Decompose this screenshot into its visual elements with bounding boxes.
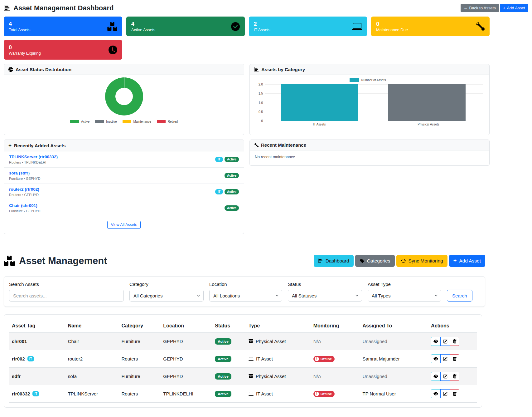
assigned-to: TP Normal User <box>362 391 396 396</box>
edit-button[interactable] <box>440 337 450 346</box>
status-select[interactable]: All Statuses <box>288 290 362 302</box>
asset-link[interactable]: router2 (rtr002) <box>9 187 39 192</box>
edit-button[interactable] <box>440 372 450 381</box>
view-button[interactable] <box>431 354 441 363</box>
search-button[interactable]: Search <box>447 290 472 302</box>
search-input[interactable] <box>9 290 124 302</box>
status-badge: Active <box>215 356 231 362</box>
it-badge: IT <box>215 157 223 162</box>
legend-item-retired[interactable]: Retired <box>157 120 178 123</box>
add-asset-button[interactable]: + Add Asset <box>449 255 485 267</box>
view-all-assets-button[interactable]: View All Assets <box>107 221 141 229</box>
row-actions <box>431 372 474 381</box>
row-actions <box>431 337 474 346</box>
table-row: chr001 Chair Furniture GEPHYD Active Phy… <box>9 333 477 350</box>
it-badge: IT <box>27 356 34 361</box>
stat-value: 0 <box>9 44 41 51</box>
stat-value: 2 <box>254 21 270 28</box>
row-actions <box>431 389 474 398</box>
stat-card-text: 4 Total Assets <box>9 21 30 32</box>
category-label: Category <box>129 282 204 287</box>
legend-item-maintenance[interactable]: Maintenance <box>123 120 151 123</box>
delete-button[interactable] <box>450 337 459 346</box>
stat-label: Maintenance Due <box>376 27 408 32</box>
doughnut-ring <box>105 77 143 115</box>
status-select-wrap: All Statuses <box>288 290 362 302</box>
delete-button[interactable] <box>450 372 459 381</box>
bar-chart-icon <box>4 5 10 11</box>
view-all-row: View All Assets <box>4 216 244 234</box>
asset-link[interactable]: TPLINKServer (rtr00332) <box>9 155 58 159</box>
recent-maintenance-panel-title: Recent Maintenance <box>261 142 306 148</box>
asset-category: Routers <box>118 385 160 403</box>
boxes-icon <box>4 256 15 266</box>
asset-type-label: Asset Type <box>368 282 441 287</box>
pencil-square-icon <box>443 339 447 344</box>
tags-icon <box>360 258 365 263</box>
delete-button[interactable] <box>450 354 459 363</box>
boxes-icon <box>107 22 117 31</box>
list-item: TPLINKServer (rtr00332) Routers • TPLINK… <box>4 151 244 168</box>
list-item-text: router2 (rtr002) Routers • GEPHYD <box>9 187 39 197</box>
categories-button-label: Categories <box>367 258 390 264</box>
management-header: Asset Management Dashboard Categories Sy… <box>4 255 485 267</box>
box-icon <box>249 339 253 344</box>
asset-status-panel-header: Asset Status Distribution <box>4 64 244 75</box>
asset-link[interactable]: sofa (sdfr) <box>9 171 40 175</box>
asset-badges: ITActive <box>215 189 239 194</box>
status-badge: Active <box>225 157 239 162</box>
view-button[interactable] <box>431 337 441 346</box>
asset-status-panel-title: Asset Status Distribution <box>16 67 71 72</box>
view-button[interactable] <box>431 372 441 381</box>
asset-type-select[interactable]: All Types <box>368 290 441 302</box>
arrow-left-icon: ← <box>464 6 468 10</box>
asset-name: TPLINKServer <box>65 385 118 403</box>
delete-button[interactable] <box>450 389 459 398</box>
status-badge: Active <box>215 338 231 345</box>
list-item-text: Chair (chr001) Furniture • GEPHYD <box>9 203 40 213</box>
bar-physical-assets[interactable] <box>388 84 466 121</box>
bar-chart: Number of Assets 2.0 1.5 1.0 0.5 0 <box>250 75 489 135</box>
bar-chart-icon <box>318 258 323 263</box>
stat-card-maintenance-due: 0 Maintenance Due <box>371 17 490 36</box>
col-status: Status <box>212 319 245 333</box>
edit-button[interactable] <box>440 354 450 363</box>
category-select[interactable]: All Categories <box>129 290 204 302</box>
sync-monitoring-button[interactable]: Sync Monitoring <box>396 255 447 267</box>
wrench-icon <box>476 22 485 31</box>
list-item: Chair (chr001) Furniture • GEPHYD Active <box>4 200 244 216</box>
legend-item-active[interactable]: Active <box>70 120 89 123</box>
bar-chart-icon <box>254 67 259 72</box>
asset-link[interactable]: Chair (chr001) <box>9 203 40 208</box>
asset-location: GEPHYD <box>160 368 212 385</box>
legend-label: Inactive <box>106 120 117 123</box>
view-button[interactable] <box>431 389 441 398</box>
back-to-assets-button[interactable]: ← Back to Assets <box>461 4 499 12</box>
dashboard-button[interactable]: Dashboard <box>314 255 354 267</box>
pie-chart-icon <box>8 67 13 72</box>
assets-by-category-panel-title: Assets by Category <box>261 67 305 72</box>
asset-badges: ITActive <box>215 157 239 162</box>
legend-swatch <box>123 120 131 123</box>
pencil-square-icon <box>443 357 447 361</box>
bar-chart-legend[interactable]: Number of Assets <box>252 78 483 82</box>
legend-item-inactive[interactable]: Inactive <box>95 120 117 123</box>
assigned-to: Unassigned <box>362 339 387 344</box>
filters-row: Search Assets Category All Categories Lo… <box>9 282 480 302</box>
bar-it-assets[interactable] <box>281 84 358 121</box>
status-badge: Active <box>225 173 239 178</box>
eye-icon <box>433 339 438 344</box>
location-select[interactable]: All Locations <box>209 290 282 302</box>
stat-label: Total Assets <box>9 27 30 32</box>
clock-icon <box>109 46 117 54</box>
add-asset-button-top[interactable]: + Add Asset <box>500 4 528 12</box>
edit-button[interactable] <box>440 389 450 398</box>
plus-icon: + <box>503 6 505 10</box>
asset-meta: Routers • GEPHYD <box>9 193 39 197</box>
asset-category: Furniture <box>118 368 160 385</box>
asset-meta: Furniture • GEPHYD <box>9 177 40 180</box>
categories-button[interactable]: Categories <box>355 255 395 267</box>
category-group: Category All Categories <box>129 282 204 302</box>
asset-type: Physical Asset <box>256 339 286 344</box>
y-tick: 0 <box>261 119 263 123</box>
